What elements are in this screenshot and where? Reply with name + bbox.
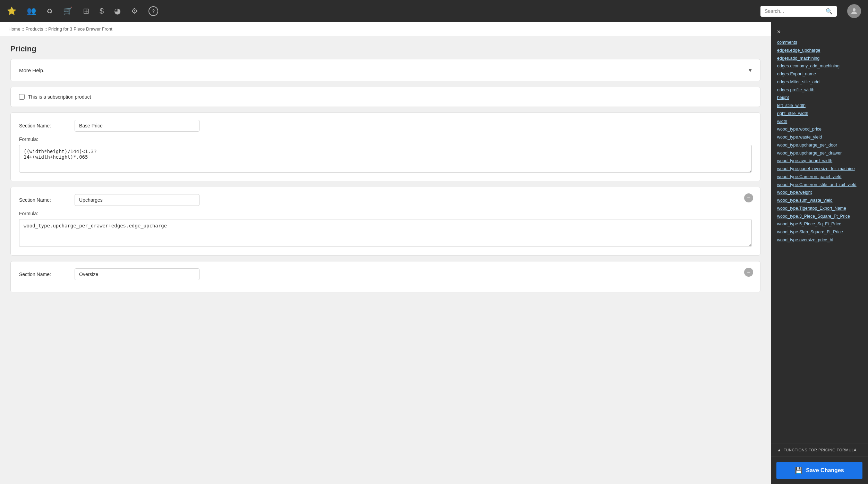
save-changes-label: Save Changes (806, 467, 844, 474)
search-input[interactable] (765, 8, 823, 14)
user-avatar[interactable] (847, 4, 861, 18)
oversize-card: − Section Name: (10, 261, 760, 292)
chevron-down-icon: ▾ (749, 66, 752, 74)
functions-label: FUNCTIONS FOR PRICING FORMULA (783, 448, 857, 452)
base-price-name-input[interactable] (75, 120, 199, 132)
subscription-checkbox[interactable] (19, 94, 25, 100)
breadcrumb: Home :: Products :: Pricing for 3 Piece … (0, 22, 771, 36)
breadcrumb-current: Pricing for 3 Piece Drawer Front (48, 26, 112, 32)
oversize-remove-button[interactable]: − (744, 268, 753, 277)
functions-chevron-icon[interactable]: ▲ (777, 448, 781, 452)
breadcrumb-products[interactable]: Products (25, 26, 43, 32)
sidebar-link[interactable]: width (777, 118, 862, 125)
more-help-dropdown[interactable]: More Help. ▾ (19, 66, 752, 74)
base-price-name-label: Section Name: (19, 123, 75, 128)
sidebar-link[interactable]: edges.profile_width (777, 87, 862, 93)
nav-icon-recycle[interactable]: ♻ (46, 7, 53, 15)
expand-icon[interactable]: » (777, 28, 781, 35)
sidebar-link[interactable]: wood_type.upcharge_per_door (777, 142, 862, 149)
base-price-formula-label: Formula: (19, 136, 752, 142)
search-icon: 🔍 (826, 8, 833, 15)
upcharges-formula-textarea[interactable]: wood_type.upcharge_per_drawer+edges.edge… (19, 219, 752, 247)
content-area: Home :: Products :: Pricing for 3 Piece … (0, 22, 771, 484)
base-price-formula-textarea[interactable]: ((width*height)/144)<1.3? 14+(width+heig… (19, 145, 752, 173)
page-title: Pricing (10, 44, 760, 53)
top-nav: ⭐ 👥 ♻ 🛒 ⊞ $ ◕ ⚙ ? 🔍 (0, 0, 868, 22)
sidebar-link[interactable]: wood_type.waste_yield (777, 134, 862, 141)
sidebar-link[interactable]: right_stile_width (777, 110, 862, 117)
sidebar-link[interactable]: comments (777, 39, 862, 46)
sidebar-link[interactable]: wood_type.5_Piece_Sq_Ft_Price (777, 221, 862, 227)
more-help-label: More Help. (19, 67, 44, 73)
sidebar-link[interactable]: edges.economy_add_machining (777, 63, 862, 69)
nav-icon-help[interactable]: ? (148, 6, 158, 16)
sidebar-link[interactable]: wood_type.Cameron_stile_and_rail_yield (777, 182, 862, 188)
sidebar-link[interactable]: left_stile_width (777, 102, 862, 109)
sidebar-links: commentsedges.edge_upchargeedges.add_mac… (771, 38, 868, 443)
base-price-name-row: Section Name: (19, 120, 752, 132)
nav-icon-users[interactable]: 👥 (27, 7, 36, 16)
nav-icon-star[interactable]: ⭐ (7, 7, 16, 16)
sidebar-link[interactable]: edges.edge_upcharge (777, 47, 862, 54)
svg-point-0 (853, 8, 856, 11)
nav-icon-dollar[interactable]: $ (100, 7, 104, 16)
sidebar-link[interactable]: wood_type.wood_price (777, 126, 862, 133)
oversize-name-input[interactable] (75, 268, 199, 280)
breadcrumb-sep2: :: (44, 26, 47, 32)
save-btn-row: 💾 Save Changes (771, 457, 868, 484)
sidebar-link[interactable]: wood_type.avg_board_width (777, 158, 862, 164)
subscription-card: This is a subscription product (10, 87, 760, 107)
upcharges-remove-button[interactable]: − (744, 193, 753, 202)
search-box: 🔍 (760, 6, 837, 17)
sidebar-link[interactable]: height (777, 94, 862, 101)
oversize-name-row: Section Name: (19, 268, 752, 280)
pricing-section: Pricing More Help. ▾ This is a subscript… (0, 36, 771, 306)
nav-icon-pie[interactable]: ◕ (114, 7, 121, 16)
sidebar-link[interactable]: wood_type.upcharge_per_drawer (777, 150, 862, 157)
upcharges-name-label: Section Name: (19, 197, 75, 203)
nav-icon-cart[interactable]: 🛒 (63, 7, 73, 16)
sidebar-header: » (771, 22, 868, 38)
sidebar-link[interactable]: wood_type.panel_oversize_for_machine (777, 166, 862, 172)
upcharges-name-input[interactable] (75, 194, 199, 206)
save-icon: 💾 (795, 467, 802, 474)
right-sidebar: » commentsedges.edge_upchargeedges.add_m… (771, 22, 868, 484)
save-changes-button[interactable]: 💾 Save Changes (776, 462, 862, 479)
nav-icon-table[interactable]: ⊞ (83, 7, 89, 16)
sidebar-link[interactable]: wood_type.oversize_price_bf (777, 237, 862, 243)
base-price-card: Section Name: Formula: ((width*height)/1… (10, 112, 760, 181)
subscription-row: This is a subscription product (19, 94, 752, 100)
upcharges-card: − Section Name: Formula: wood_type.upcha… (10, 187, 760, 256)
sidebar-link[interactable]: wood_type.sum_waste_yield (777, 197, 862, 204)
sidebar-functions: ▲ FUNCTIONS FOR PRICING FORMULA (771, 443, 868, 457)
sidebar-link[interactable]: wood_type.Slab_Square_Ft_Price (777, 229, 862, 235)
sidebar-link[interactable]: wood_type.Tigerstop_Export_Name (777, 205, 862, 212)
sidebar-link[interactable]: edges.Export_name (777, 71, 862, 77)
main-layout: Home :: Products :: Pricing for 3 Piece … (0, 22, 868, 484)
upcharges-name-row: Section Name: (19, 194, 752, 206)
sidebar-link[interactable]: wood_type.weight (777, 189, 862, 196)
nav-icon-gear[interactable]: ⚙ (131, 7, 138, 16)
functions-header: ▲ FUNCTIONS FOR PRICING FORMULA (777, 448, 862, 452)
sidebar-link[interactable]: wood_type.Cameron_panel_yield (777, 174, 862, 180)
more-help-card: More Help. ▾ (10, 59, 760, 81)
breadcrumb-home[interactable]: Home (8, 26, 20, 32)
breadcrumb-sep1: :: (22, 26, 24, 32)
upcharges-formula-label: Formula: (19, 211, 752, 216)
sidebar-link[interactable]: edges.add_machining (777, 55, 862, 62)
subscription-label: This is a subscription product (28, 94, 91, 100)
sidebar-link[interactable]: edges.Miter_stile_add (777, 79, 862, 85)
sidebar-link[interactable]: wood_type.3_Piece_Square_Ft_Price (777, 213, 862, 220)
oversize-name-label: Section Name: (19, 272, 75, 277)
